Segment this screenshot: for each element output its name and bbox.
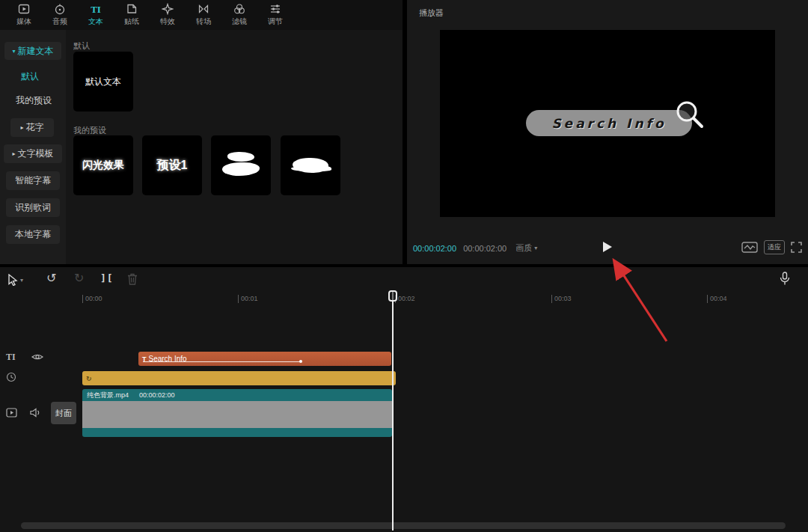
toolbar-item-adjust[interactable]: 调节 bbox=[257, 1, 293, 29]
toggle-visibility-button[interactable] bbox=[31, 352, 43, 361]
preset-tile-label: 闪光效果 bbox=[82, 159, 124, 172]
toolbar-item-media[interactable]: 媒体 bbox=[6, 1, 42, 29]
chevron-right-icon: ▸ bbox=[12, 150, 15, 157]
scopes-button[interactable] bbox=[741, 242, 758, 253]
sidebar-item-label: 智能字幕 bbox=[15, 174, 51, 187]
ruler-tick: 00:02 bbox=[395, 295, 415, 303]
preset-tile-styled-2[interactable] bbox=[281, 135, 340, 195]
toolbar-item-label: 音频 bbox=[52, 16, 67, 27]
timeline-panel: ▾ ↺ ↻ ][ 00:00 00:01 00:02 00:03 00:04 T… bbox=[0, 266, 808, 532]
playhead-handle[interactable] bbox=[388, 290, 397, 302]
fullscreen-button[interactable] bbox=[791, 242, 802, 253]
preset-tile-art bbox=[218, 150, 263, 180]
ruler-tick: 00:04 bbox=[707, 295, 727, 303]
sidebar-item-new-text[interactable]: ▾ 新建文本 bbox=[4, 42, 61, 60]
section-title-my-presets: 我的预设 bbox=[73, 125, 106, 136]
undo-button[interactable]: ↺ bbox=[46, 272, 56, 284]
redo-button[interactable]: ↻ bbox=[74, 272, 84, 284]
fit-button[interactable]: 适应 bbox=[764, 240, 785, 254]
toolbar-item-filter[interactable]: 滤镜 bbox=[221, 1, 257, 29]
microphone-icon bbox=[780, 272, 790, 286]
video-clip-footer bbox=[82, 428, 392, 437]
chevron-down-icon: ▾ bbox=[534, 245, 537, 251]
timeline-scrollbar[interactable] bbox=[21, 522, 786, 529]
toolbar-item-label: 特效 bbox=[160, 16, 175, 27]
video-editor-window: 媒体 音频 TI 文本 贴纸 特效 转场 bbox=[0, 0, 808, 532]
ruler-tick: 00:00 bbox=[82, 295, 102, 303]
preset-tile-label: 预设1 bbox=[157, 158, 188, 174]
cursor-icon bbox=[7, 274, 18, 286]
preset-tile-flash-effect[interactable]: 闪光效果 bbox=[73, 135, 133, 195]
toolbar-item-audio[interactable]: 音频 bbox=[42, 1, 78, 29]
toolbar-item-label: 转场 bbox=[196, 16, 211, 27]
delete-button[interactable] bbox=[127, 273, 138, 285]
player-view-controls: 适应 bbox=[741, 240, 802, 254]
toolbar-item-transition[interactable]: 转场 bbox=[186, 1, 221, 29]
video-preview: Search Info bbox=[440, 30, 775, 217]
magnifier-icon bbox=[673, 98, 707, 132]
preset-tile-label: 默认文本 bbox=[85, 76, 121, 88]
effects-icon bbox=[162, 3, 174, 15]
chevron-right-icon: ▸ bbox=[20, 124, 23, 131]
preset-tile-default-text[interactable]: 默认文本 bbox=[73, 52, 133, 111]
sidebar-item-local-captions[interactable]: 本地字幕 bbox=[6, 225, 60, 244]
animation-duration-handle[interactable] bbox=[299, 360, 302, 363]
sidebar-item-recognize-lyrics[interactable]: 识别歌词 bbox=[6, 198, 60, 217]
text-track-icon: TI bbox=[6, 352, 16, 362]
chevron-down-icon: ▾ bbox=[12, 48, 15, 55]
video-clip-background[interactable]: 纯色背景.mp4 00:00:02:00 bbox=[82, 389, 392, 437]
player-panel-title: 播放器 bbox=[419, 7, 444, 19]
toolbar-item-sticker[interactable]: 贴纸 bbox=[114, 1, 150, 29]
play-button[interactable] bbox=[600, 239, 615, 254]
record-voiceover-button[interactable] bbox=[780, 272, 790, 286]
adjust-icon bbox=[269, 3, 281, 15]
filter-icon bbox=[233, 3, 245, 15]
play-icon bbox=[602, 241, 613, 253]
split-button[interactable]: ][ bbox=[100, 272, 114, 284]
overlay-text: Search Info bbox=[551, 116, 666, 131]
sticker-icon bbox=[126, 3, 138, 15]
preset-tile-preset1[interactable]: 预设1 bbox=[142, 135, 202, 195]
preset-tile-styled-1[interactable] bbox=[211, 135, 271, 195]
toolbar-item-label: 滤镜 bbox=[232, 16, 247, 27]
sidebar-item-label: 本地字幕 bbox=[15, 228, 51, 241]
select-tool-button[interactable]: ▾ bbox=[7, 274, 23, 286]
main-toolbar: 媒体 音频 TI 文本 贴纸 特效 转场 bbox=[0, 0, 403, 30]
text-clip-search-info[interactable]: T Search Info bbox=[138, 352, 391, 366]
player-panel: 播放器 Search Info 00:00:02:00 00:00:02:00 … bbox=[407, 0, 808, 264]
sidebar-item-label: 文字模板 bbox=[18, 147, 54, 160]
section-title-default: 默认 bbox=[73, 40, 90, 52]
quality-dropdown[interactable]: 画质 ▾ bbox=[515, 242, 539, 254]
preset-tile-art bbox=[288, 150, 333, 180]
effect-clip[interactable]: ↻ bbox=[82, 371, 396, 385]
toolbar-item-text[interactable]: TI 文本 bbox=[78, 1, 114, 29]
sidebar-item-fancy-text[interactable]: ▸ 花字 bbox=[10, 118, 54, 137]
sidebar-item-default[interactable]: 默认 bbox=[21, 70, 39, 83]
preset-library: 默认 默认文本 我的预设 闪光效果 预设1 bbox=[66, 30, 403, 264]
sidebar-item-text-template[interactable]: ▸ 文字模板 bbox=[4, 144, 62, 163]
cover-button[interactable]: 封面 bbox=[51, 402, 76, 424]
sidebar-item-label: 花字 bbox=[26, 121, 44, 134]
current-time: 00:00:02:00 bbox=[413, 244, 456, 253]
ruler-tick: 00:03 bbox=[551, 295, 572, 303]
toolbar-item-effects[interactable]: 特效 bbox=[150, 1, 186, 29]
mute-track-button[interactable] bbox=[30, 408, 41, 418]
quality-label: 画质 bbox=[515, 242, 532, 254]
sidebar-item-label: 新建文本 bbox=[18, 45, 54, 58]
video-track-icon bbox=[6, 408, 17, 418]
trash-icon bbox=[127, 273, 138, 285]
total-duration: 00:00:02:00 bbox=[463, 244, 506, 253]
video-clip-duration: 00:00:02:00 bbox=[139, 391, 175, 399]
preview-text-overlay[interactable]: Search Info bbox=[526, 110, 692, 136]
media-icon bbox=[18, 3, 30, 15]
sidebar-item-label: 我的预设 bbox=[16, 94, 52, 107]
text-icon: TI bbox=[91, 3, 101, 15]
eye-icon bbox=[31, 352, 43, 361]
sidebar-item-smart-captions[interactable]: 智能字幕 bbox=[6, 171, 60, 190]
toolbar-item-label: 文本 bbox=[88, 16, 103, 27]
effect-track-icon bbox=[6, 372, 16, 382]
text-panel-sidebar: ▾ 新建文本 默认 我的预设 ▸ 花字 ▸ 文字模板 智能字幕 识别歌词 bbox=[0, 30, 66, 264]
sidebar-item-my-presets[interactable]: 我的预设 bbox=[16, 94, 52, 107]
playhead-line bbox=[392, 291, 394, 531]
player-time-group: 00:00:02:00 00:00:02:00 画质 ▾ bbox=[413, 242, 539, 254]
